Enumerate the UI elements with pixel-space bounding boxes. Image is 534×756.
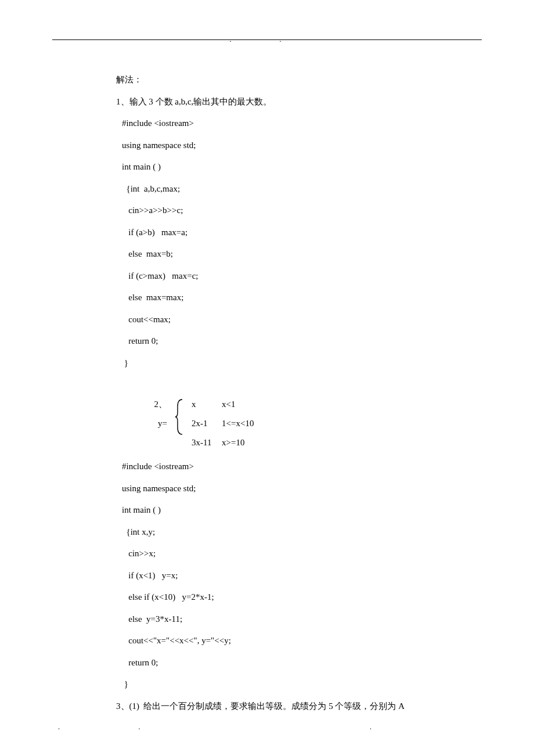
- code-line: else max=b;: [122, 243, 470, 265]
- footer-dot: .: [139, 723, 140, 732]
- code-line: }: [122, 352, 470, 375]
- code-line: else y=3*x-11;: [122, 609, 470, 631]
- code-block-2: #include <iostream> using namespace std;…: [116, 456, 470, 696]
- cond: x<1: [222, 395, 235, 414]
- header-rule: . .: [52, 39, 482, 40]
- code-line: return 0;: [122, 652, 470, 674]
- code-line: using namespace std;: [122, 478, 470, 500]
- code-line: cout<<max;: [122, 309, 470, 331]
- code-line: if (c>max) max=c;: [122, 265, 470, 287]
- code-line: cin>>x;: [122, 543, 470, 565]
- footer-dot: .: [370, 723, 371, 732]
- code-line: if (a>b) max=a;: [122, 222, 470, 244]
- blank: [116, 433, 174, 452]
- footer-dots: . . .: [52, 723, 482, 732]
- code-line: return 0;: [122, 330, 470, 352]
- spacer: [116, 374, 470, 391]
- code-line: cout<<"x="<<x<<", y="<<y;: [122, 630, 470, 652]
- cond: x>=10: [222, 433, 244, 452]
- code-line: {int x,y;: [122, 521, 470, 543]
- problem-2-piecewise: 2、 x x<1 y= 2x-1 1<=x<10 3x-11 x>=10: [116, 395, 470, 452]
- code-line: int main ( ): [122, 156, 470, 178]
- header-dots: . .: [230, 35, 305, 44]
- code-block-1: #include <iostream> using namespace std;…: [116, 113, 470, 374]
- footer-dot: .: [58, 723, 60, 732]
- cond: 1<=x<10: [222, 414, 254, 433]
- code-line: cin>>a>>b>>c;: [122, 200, 470, 222]
- expr: 3x-11: [174, 433, 222, 452]
- content: 解法： 1、输入 3 个数 a,b,c,输出其中的最大数。 #include <…: [52, 69, 482, 717]
- problem-1-prompt: 1、输入 3 个数 a,b,c,输出其中的最大数。: [116, 91, 470, 113]
- piecewise-row: 3x-11 x>=10: [116, 433, 470, 452]
- code-line: if (x<1) y=x;: [122, 565, 470, 587]
- code-line: #include <iostream>: [122, 456, 470, 478]
- code-line: {int a,b,c,max;: [122, 178, 470, 200]
- problem-2-prefix: 2、: [116, 395, 174, 414]
- piecewise-row: y= 2x-1 1<=x<10: [116, 414, 470, 433]
- y-equals-label: y=: [116, 414, 174, 433]
- code-line: else max=max;: [122, 287, 470, 309]
- code-line: else if (x<10) y=2*x-1;: [122, 586, 470, 609]
- code-line: }: [122, 674, 470, 696]
- code-line: using namespace std;: [122, 135, 470, 157]
- problem-3-prompt: 3、(1) 给出一个百分制成绩，要求输出等级。成绩分为 5 个等级，分别为 A: [116, 696, 470, 718]
- left-brace-icon: [174, 398, 185, 435]
- code-line: int main ( ): [122, 499, 470, 521]
- code-line: #include <iostream>: [122, 113, 470, 135]
- page: . . 解法： 1、输入 3 个数 a,b,c,输出其中的最大数。 #inclu…: [0, 0, 534, 740]
- solution-heading: 解法：: [116, 69, 470, 91]
- piecewise-row: 2、 x x<1: [116, 395, 470, 414]
